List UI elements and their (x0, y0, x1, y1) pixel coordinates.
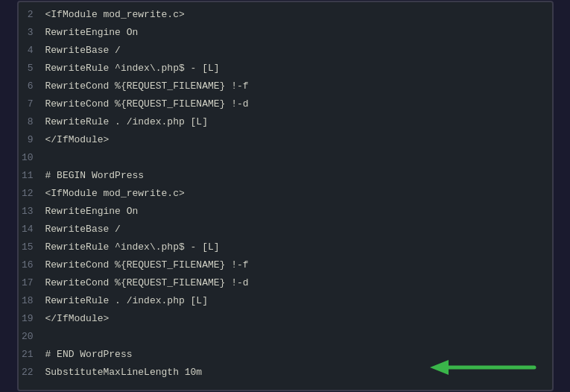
code-line: 17RewriteCond %{REQUEST_FILENAME} !-d (19, 276, 552, 294)
code-line: 16RewriteCond %{REQUEST_FILENAME} !-f (19, 259, 552, 276)
code-line: 3RewriteEngine On (19, 26, 552, 44)
code-line: 15RewriteRule ^index\.php$ - [L] (19, 241, 552, 259)
line-content: # BEGIN WordPress (45, 170, 552, 181)
line-number: 8 (19, 116, 45, 127)
line-content: </IfModule> (45, 313, 552, 324)
code-line: 5RewriteRule ^index\.php$ - [L] (19, 62, 552, 80)
code-line: 9</IfModule> (19, 133, 552, 151)
code-line: 10 (19, 151, 552, 169)
line-number: 16 (19, 259, 45, 271)
line-content: RewriteRule ^index\.php$ - [L] (45, 63, 552, 74)
code-line: 20 (19, 330, 552, 348)
line-number: 13 (19, 206, 45, 217)
line-number: 5 (19, 63, 45, 74)
line-content: RewriteRule . /index.php [L] (45, 295, 552, 306)
line-number: 7 (19, 98, 45, 110)
line-content: RewriteBase / (45, 45, 552, 56)
line-number: 11 (19, 170, 45, 181)
line-content: </IfModule> (45, 134, 552, 145)
svg-marker-1 (430, 360, 449, 375)
line-content: <IfModule mod_rewrite.c> (45, 9, 552, 20)
line-number: 2 (19, 9, 45, 20)
line-number: 19 (19, 313, 45, 324)
code-line: 18RewriteRule . /index.php [L] (19, 294, 552, 312)
line-number: 22 (19, 367, 45, 378)
line-number: 6 (19, 80, 45, 92)
code-line: 14RewriteBase / (19, 223, 552, 241)
code-line: 4RewriteBase / (19, 44, 552, 62)
code-editor: 2<IfModule mod_rewrite.c>3RewriteEngine … (17, 1, 554, 391)
arrow-indicator (408, 354, 542, 381)
line-content: RewriteCond %{REQUEST_FILENAME} !-d (45, 98, 552, 110)
line-content: RewriteEngine On (45, 27, 552, 38)
line-number: 17 (19, 277, 45, 288)
line-number: 4 (19, 45, 45, 56)
code-line: 11# BEGIN WordPress (19, 169, 552, 187)
line-content: RewriteBase / (45, 224, 552, 235)
code-block: 2<IfModule mod_rewrite.c>3RewriteEngine … (19, 8, 552, 384)
line-content: RewriteCond %{REQUEST_FILENAME} !-d (45, 277, 552, 288)
code-line: 13RewriteEngine On (19, 205, 552, 223)
line-number: 18 (19, 295, 45, 306)
line-content: RewriteCond %{REQUEST_FILENAME} !-f (45, 259, 552, 271)
line-content: RewriteRule . /index.php [L] (45, 116, 552, 127)
line-content: RewriteEngine On (45, 206, 552, 217)
code-line: 7RewriteCond %{REQUEST_FILENAME} !-d (19, 98, 552, 116)
code-line: 12<IfModule mod_rewrite.c> (19, 187, 552, 205)
line-number: 10 (19, 152, 45, 163)
line-number: 20 (19, 331, 45, 342)
line-number: 21 (19, 349, 45, 360)
line-number: 3 (19, 27, 45, 38)
line-number: 9 (19, 134, 45, 145)
line-content: RewriteCond %{REQUEST_FILENAME} !-f (45, 80, 552, 92)
line-number: 12 (19, 188, 45, 199)
line-content: RewriteRule ^index\.php$ - [L] (45, 241, 552, 253)
code-line: 2<IfModule mod_rewrite.c> (19, 8, 552, 26)
code-line: 6RewriteCond %{REQUEST_FILENAME} !-f (19, 80, 552, 98)
line-number: 15 (19, 241, 45, 253)
code-line: 8RewriteRule . /index.php [L] (19, 116, 552, 133)
line-number: 14 (19, 224, 45, 235)
code-line: 19</IfModule> (19, 312, 552, 330)
line-content: <IfModule mod_rewrite.c> (45, 188, 552, 199)
